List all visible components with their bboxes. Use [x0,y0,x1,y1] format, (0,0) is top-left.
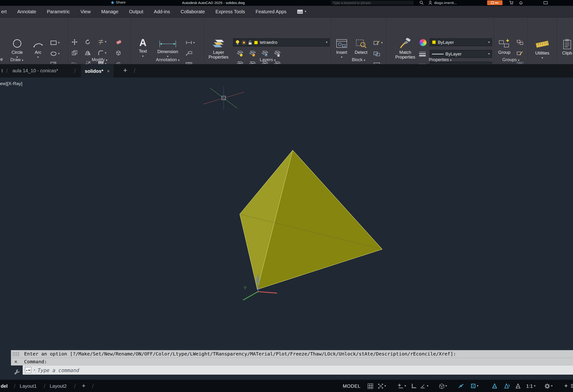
lineweight-dropdown[interactable]: ByLayer ▾ [430,50,492,58]
chevron-down-icon[interactable]: ▾ [477,384,478,387]
chevron-down-icon[interactable]: ▾ [37,56,39,59]
tab-collaborate[interactable]: Collaborate [180,9,205,14]
panel-label-properties[interactable]: Properties ▾ [386,57,494,62]
ellipse-tool[interactable]: ▾ [51,51,60,56]
chevron-down-icon[interactable]: ▾ [488,52,490,55]
dock-grip-icon[interactable] [12,352,20,356]
create-block-tool[interactable] [374,51,380,56]
detect-button[interactable]: Detect [352,38,371,55]
file-tab-solidos[interactable]: solidos* × [81,64,114,77]
osnap-tracking-toggle[interactable] [458,380,464,392]
clipboard-panel-button[interactable]: Clipb [559,39,573,55]
close-icon[interactable]: × [14,358,17,364]
tab-addins[interactable]: Add-ins [154,9,170,14]
tab-parametric[interactable]: Parametric [47,9,70,14]
panel-label-layers[interactable]: Layers ▾ [205,57,331,62]
chevron-down-icon[interactable]: ▾ [58,41,59,44]
trim-tool[interactable]: ▾ [98,39,106,45]
tetrahedron-solid[interactable] [240,150,382,290]
panel-label-draw[interactable]: Draw ▾ [0,57,34,62]
hatch-tool[interactable] [51,62,57,64]
search-icon[interactable] [419,1,424,5]
close-tab-icon[interactable]: × [107,68,110,74]
new-tab-button[interactable]: + [123,67,127,75]
annotation-autoscale-toggle[interactable] [504,380,510,392]
fillet-tool[interactable]: ▾ [98,50,106,56]
grid-toggle[interactable] [368,380,373,392]
file-tab-conicas[interactable]: aula 14_10 - conicas* [12,68,58,73]
panel-label-groups[interactable]: Groups ▾ [494,57,528,62]
annotation-scale-sync-toggle[interactable] [515,380,521,392]
chevron-down-icon[interactable]: ▾ [381,41,382,44]
tab-insert-partial[interactable]: ert [1,9,7,14]
customize-wrench-icon[interactable] [14,369,20,375]
linetype-dropdown[interactable]: ByLayer ▾ [430,62,492,64]
ungroup-tool[interactable] [517,40,523,45]
model-space-toggle[interactable]: MODEL [343,380,360,392]
tab-express-tools[interactable]: Express Tools [215,9,245,14]
layout2-tab[interactable]: Layout2 [50,380,67,392]
explode-tool[interactable] [115,50,121,56]
chevron-down-icon[interactable]: ▾ [551,384,552,387]
layer-lock-tool[interactable] [273,51,281,57]
layer-dropdown[interactable]: tetraedro ▾ [233,38,330,46]
layer-isolate-tool[interactable] [249,51,256,57]
isodraft-toggle[interactable]: ▾ [439,380,447,392]
chevron-down-icon[interactable]: ▾ [488,41,490,44]
chevron-down-icon[interactable]: ▾ [105,40,107,43]
define-attributes-tool[interactable]: ▾ [374,62,383,64]
chevron-down-icon[interactable]: ▾ [326,41,327,44]
chevron-down-icon[interactable]: ▾ [193,41,195,44]
layout1-tab[interactable]: Layout1 [20,380,36,392]
user-icon[interactable] [428,1,432,5]
annotation-scale-button[interactable]: 1:1 ▾ [526,380,536,392]
chevron-down-icon[interactable]: ▾ [541,57,543,59]
recent-commands-icon[interactable]: ▾ [34,369,35,371]
cart-icon[interactable] [509,1,514,5]
group-button[interactable]: Group [496,38,513,55]
window-control-icon[interactable] [543,1,548,4]
username[interactable]: diogo.imenti... [434,1,457,5]
arc-button[interactable]: Arc ▾ [31,38,46,59]
linear-dimension-tool[interactable]: ▾ [186,40,195,45]
osnap-toggle[interactable]: ▾ [471,380,478,392]
group-edit-tool[interactable] [517,51,523,56]
chevron-down-icon[interactable]: ▾ [384,384,386,387]
panel-label-block[interactable]: Block ▾ [331,57,386,62]
group-selection-tool[interactable] [517,62,523,64]
annotation-visibility-toggle[interactable] [492,380,497,392]
trial-badge[interactable] [487,0,503,5]
table-tool[interactable] [186,62,192,64]
color-wheel-icon[interactable] [419,39,426,46]
chevron-down-icon[interactable]: ▾ [58,52,59,55]
rotate-tool[interactable] [85,39,91,45]
chevron-down-icon[interactable]: ▾ [105,63,107,64]
bell-icon[interactable] [519,1,523,5]
chevron-down-icon[interactable]: ▾ [427,384,428,387]
erase-tool[interactable] [115,39,121,45]
panel-label-annotation[interactable]: Annotation ▾ [131,57,205,62]
rectangle-tool[interactable]: ▾ [51,40,60,46]
utilities-panel-button[interactable]: Utilities ▾ [528,39,556,59]
tab-output[interactable]: Output [129,9,143,14]
circle-button[interactable]: Circle ▾ [9,38,26,59]
ortho-toggle[interactable] [412,380,417,392]
customization-icon-partial[interactable] [571,380,573,392]
layer-freeze-tool[interactable] [261,51,268,57]
layer-off-tool[interactable] [236,51,243,57]
layer-properties-button[interactable]: Layer Properties [207,38,230,59]
command-input[interactable] [38,367,162,373]
share-button[interactable]: Share [111,0,125,4]
snap-toggle[interactable]: ▾ [378,380,386,392]
dimension-button[interactable]: Dimension ▾ [154,40,182,58]
command-input-row[interactable]: ▸ ▾ [23,365,573,375]
file-tab-partial[interactable]: t [1,68,3,73]
tab-manage[interactable]: Manage [101,9,118,14]
settings-button[interactable]: ▾ [545,380,553,392]
ribbon-display-dropdown[interactable]: ▾ [297,9,306,14]
mirror-tool[interactable] [85,50,91,56]
new-layout-button[interactable]: + [82,380,85,392]
leader-tool[interactable] [186,51,192,56]
panel-label-modify[interactable]: Modify ▾ [68,57,131,62]
help-search-input[interactable]: Type a keyword or phrase [331,0,414,5]
